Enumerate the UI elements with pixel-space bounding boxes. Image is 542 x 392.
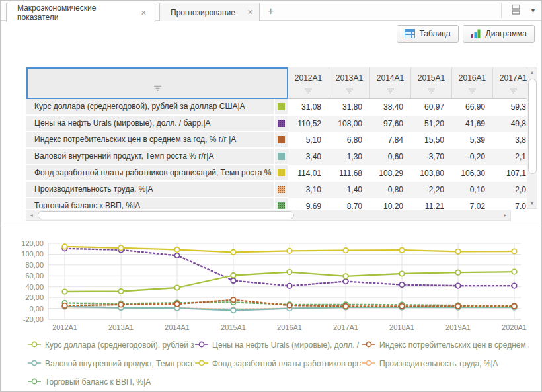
value-cell[interactable]: 3,10 <box>288 182 329 198</box>
value-cell[interactable]: 10,20 <box>370 198 411 209</box>
series-color-swatch-cell[interactable] <box>274 116 288 132</box>
scroll-up-arrow[interactable]: ▲ <box>527 67 537 77</box>
row-label-cell[interactable]: Цены на нефть Urals (мировые), долл. / б… <box>26 116 274 132</box>
new-tab-icon[interactable]: + <box>268 6 274 17</box>
value-cell[interactable]: 5,39 <box>452 132 493 149</box>
value-cell[interactable]: 9,69 <box>288 198 329 209</box>
data-point-marker <box>343 274 348 278</box>
value-cell[interactable]: 5,10 <box>288 132 329 149</box>
row-label-cell[interactable]: Торговый баланс к ВВП, %|А <box>26 198 274 209</box>
value-cell[interactable]: 60,97 <box>411 99 452 116</box>
vertical-scrollbar[interactable]: ▲ ▼ <box>527 67 537 209</box>
value-cell[interactable]: 0,60 <box>370 149 411 165</box>
row-label-cell[interactable]: Фонд заработной платы работников организ… <box>26 165 274 182</box>
column-header-2015A1[interactable]: 2015A1 <box>411 67 452 98</box>
value-cell[interactable]: 108,29 <box>370 165 411 182</box>
value-cell[interactable]: 97,60 <box>370 116 411 132</box>
value-cell[interactable]: 6,80 <box>329 132 370 149</box>
value-cell[interactable]: 7,84 <box>370 132 411 149</box>
value-cell[interactable]: 106,30 <box>452 165 493 182</box>
legend-marker-icon <box>27 339 42 351</box>
tab-macro-indicators[interactable]: Макроэкономические показатели ✕ <box>6 3 155 22</box>
value-cell[interactable]: 110,52 <box>288 116 329 132</box>
column-header-2014A1[interactable]: 2014A1 <box>370 67 411 98</box>
scroll-left-arrow[interactable]: ◄ <box>26 210 36 220</box>
value-cell[interactable]: 31,08 <box>288 99 329 116</box>
close-icon[interactable]: ✕ <box>141 9 147 17</box>
value-cell[interactable]: 0,10 <box>452 182 493 198</box>
legend-marker-icon <box>194 358 209 370</box>
value-cell[interactable]: 59,3 <box>493 99 527 116</box>
horizontal-scrollbar[interactable]: ◄ ► <box>26 210 511 221</box>
value-cell[interactable]: 2,0 <box>493 182 527 198</box>
filter-icon[interactable] <box>427 85 436 97</box>
value-cell[interactable]: 7,02 <box>452 198 493 209</box>
scroll-thumb[interactable] <box>38 211 294 219</box>
series-color-swatch-cell[interactable] <box>274 132 288 149</box>
column-header-2013A1[interactable]: 2013A1 <box>329 67 370 98</box>
value-cell[interactable]: 108,00 <box>329 116 370 132</box>
legend-item: Валовой внутренний продукт, Темп роста..… <box>27 358 194 370</box>
value-cell[interactable]: 1,30 <box>329 149 370 165</box>
legend-item: Цены на нефть Urals (мировые), долл. / б… <box>194 339 362 351</box>
series-color-swatch-cell[interactable] <box>274 99 288 116</box>
value-cell[interactable]: 114,01 <box>288 165 329 182</box>
filter-icon[interactable] <box>153 82 162 94</box>
row-label-cell[interactable]: Валовой внутренний продукт, Темп роста %… <box>26 149 274 165</box>
value-cell[interactable]: -0,20 <box>452 149 493 165</box>
y-tick-label: 100,00 <box>21 250 44 258</box>
value-cell[interactable]: 38,40 <box>370 99 411 116</box>
value-cell[interactable]: 15,50 <box>411 132 452 149</box>
table-view-button[interactable]: Таблица <box>397 25 459 43</box>
column-header-2017A1[interactable]: 2017A1 <box>493 67 527 98</box>
tab-forecasting[interactable]: Прогнозирование ✕ <box>159 3 260 21</box>
filter-icon[interactable] <box>345 85 354 97</box>
value-cell[interactable]: 3,40 <box>288 149 329 165</box>
value-cell[interactable]: 103,80 <box>411 165 452 182</box>
legend-label: Валовой внутренний продукт, Темп роста..… <box>45 359 194 368</box>
value-cell[interactable]: 3,8 <box>493 132 527 149</box>
value-cell[interactable]: 8,70 <box>329 198 370 209</box>
column-header-2012A1[interactable]: 2012A1 <box>288 67 329 98</box>
value-cell[interactable]: 41,69 <box>452 116 493 132</box>
scroll-right-arrow[interactable]: ► <box>500 210 510 220</box>
value-cell[interactable]: 66,90 <box>452 99 493 116</box>
close-icon[interactable]: ✕ <box>247 8 253 17</box>
scroll-thumb[interactable] <box>528 79 537 174</box>
data-point-marker <box>399 248 404 253</box>
value-cell[interactable]: 51,20 <box>411 116 452 132</box>
data-point-marker <box>174 253 179 258</box>
column-header-2016A1[interactable]: 2016A1 <box>452 67 493 98</box>
series-color-swatch-cell[interactable] <box>274 165 288 182</box>
value-cell[interactable]: 2,1 <box>493 149 527 165</box>
row-label-cell[interactable]: Курс доллара (среднегодовой), рублей за … <box>26 99 274 116</box>
filter-icon[interactable] <box>386 85 395 97</box>
row-label-cell[interactable]: Индекс потребительских цен в среднем за … <box>26 132 274 149</box>
value-cell[interactable]: 0,80 <box>370 182 411 198</box>
value-cell[interactable]: 1,40 <box>329 182 370 198</box>
value-cell[interactable]: 107,1 <box>493 165 527 182</box>
series-color-swatch-cell[interactable] <box>274 149 288 165</box>
layout-print-icon[interactable] <box>510 4 522 18</box>
row-header-cell-selected[interactable] <box>26 67 288 99</box>
value-cell[interactable]: 31,80 <box>329 99 370 116</box>
filter-icon[interactable] <box>304 85 313 97</box>
value-cell[interactable]: 111,68 <box>329 165 370 182</box>
series-color-swatch-cell[interactable] <box>274 198 288 209</box>
divider <box>501 3 502 18</box>
series-color-swatch-cell[interactable] <box>274 182 288 198</box>
app-window: Макроэкономические показатели ✕ Прогнози… <box>0 0 542 392</box>
value-cell[interactable]: 11,21 <box>411 198 452 209</box>
chart-view-button[interactable]: Диаграмма <box>463 25 535 43</box>
row-label-cell[interactable]: Производительность труда, %|А <box>26 182 274 198</box>
chevron-down-icon[interactable]: ▼ <box>530 7 536 14</box>
filter-icon[interactable] <box>468 85 477 97</box>
scroll-down-arrow[interactable]: ▼ <box>527 198 537 208</box>
value-cell[interactable]: -2,20 <box>411 182 452 198</box>
legend-label: Торговый баланс к ВВП, %|А <box>45 377 151 387</box>
value-cell[interactable]: -3,70 <box>411 149 452 165</box>
filter-icon[interactable] <box>509 85 518 97</box>
value-cell[interactable]: 7,0 <box>493 198 527 209</box>
value-cell[interactable]: 49,8 <box>493 116 527 132</box>
table-row: Фонд заработной платы работников организ… <box>26 165 527 182</box>
